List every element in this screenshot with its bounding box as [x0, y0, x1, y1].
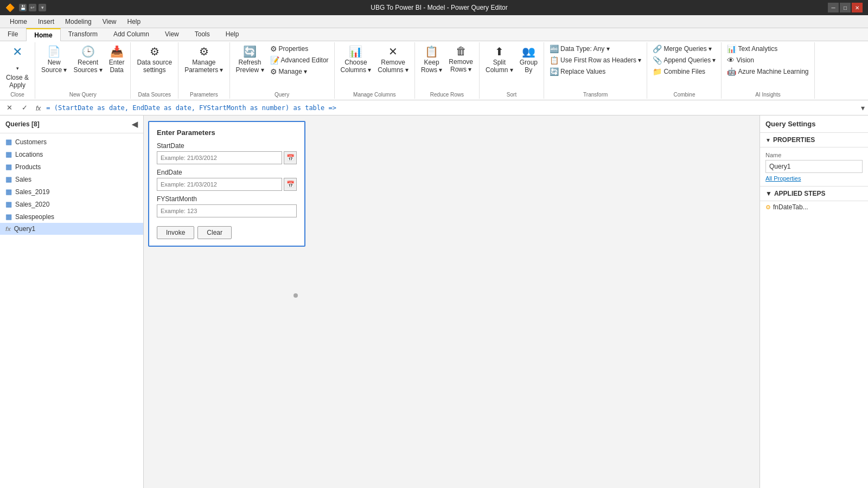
minimize-button[interactable]: ─: [828, 3, 839, 12]
properties-button[interactable]: ⚙ Properties: [268, 43, 331, 54]
azure-ml-icon: 🤖: [727, 67, 736, 76]
sidebar-item-sales-2019[interactable]: ▦ Sales_2019: [0, 185, 143, 198]
tab-file[interactable]: File: [0, 28, 26, 41]
recent-sources-button[interactable]: 🕒 RecentSources ▾: [71, 43, 105, 75]
maximize-button[interactable]: □: [840, 3, 851, 12]
append-queries-icon: 📎: [653, 56, 662, 65]
startdate-input[interactable]: [157, 151, 282, 164]
sidebar-item-customers[interactable]: ▦ Customers: [0, 136, 143, 148]
query-name-input[interactable]: [765, 160, 863, 173]
sort-group-items: ⬆ SplitColumn ▾ 👥 GroupBy: [483, 43, 540, 91]
formula-confirm-button[interactable]: ✓: [18, 102, 30, 114]
manage-parameters-button[interactable]: ⚙ ManageParameters ▾: [182, 43, 226, 75]
data-type-button[interactable]: 🔤 Data Type: Any ▾: [547, 43, 643, 54]
tab-add-column[interactable]: Add Column: [106, 28, 157, 41]
all-properties-link[interactable]: All Properties: [765, 175, 863, 182]
tab-tools[interactable]: Tools: [187, 28, 218, 41]
close-apply-button[interactable]: ✕▾ Close &Apply: [3, 43, 31, 91]
query-group-label: Query: [275, 92, 289, 98]
tab-transform[interactable]: Transform: [61, 28, 106, 41]
data-source-settings-icon: ⚙: [150, 45, 159, 58]
group-by-button[interactable]: 👥 GroupBy: [517, 43, 540, 75]
remove-columns-button[interactable]: ✕ RemoveColumns ▾: [375, 43, 411, 75]
append-queries-button[interactable]: 📎 Append Queries ▾: [650, 55, 718, 66]
transform-group-label: Transform: [583, 92, 608, 98]
tab-home[interactable]: Home: [26, 28, 60, 41]
remove-rows-button[interactable]: 🗑 RemoveRows ▾: [446, 43, 476, 75]
customers-table-icon: ▦: [5, 138, 12, 146]
sidebar-item-sales-2020[interactable]: ▦ Sales_2020: [0, 198, 143, 210]
refresh-preview-button[interactable]: 🔄 RefreshPreview ▾: [233, 43, 267, 75]
recent-sources-label: RecentSources ▾: [73, 59, 102, 74]
remove-rows-icon: 🗑: [456, 45, 467, 57]
formula-input[interactable]: [46, 104, 856, 112]
locations-table-icon: ▦: [5, 150, 12, 158]
customers-label: Customers: [15, 138, 47, 146]
menu-help[interactable]: Help: [122, 17, 146, 27]
data-source-settings-button[interactable]: ⚙ Data sourcesettings: [134, 43, 175, 75]
replace-values-button[interactable]: 🔄 Replace Values: [547, 66, 643, 77]
menu-modeling[interactable]: Modeling: [60, 17, 97, 27]
manage-button[interactable]: ⚙ Manage ▾: [268, 66, 331, 77]
advanced-editor-button[interactable]: 📝 Advanced Editor: [268, 55, 331, 66]
enddate-calendar-button[interactable]: 📅: [284, 178, 297, 191]
invoke-button[interactable]: Invoke: [157, 226, 194, 239]
dialog-title: Enter Parameters: [157, 129, 297, 137]
menu-view[interactable]: View: [97, 17, 122, 27]
fystartmonth-label: FYStartMonth: [157, 195, 297, 203]
new-source-button[interactable]: 📄 NewSource ▾: [39, 43, 69, 75]
azure-ml-button[interactable]: 🤖 Azure Machine Learning: [725, 66, 810, 77]
tab-help[interactable]: Help: [218, 28, 247, 41]
formula-expand-button[interactable]: ▾: [861, 104, 865, 112]
manage-columns-group-label: Manage Columns: [353, 92, 395, 98]
enddate-input[interactable]: [157, 178, 282, 191]
fystartmonth-input[interactable]: [157, 204, 297, 217]
use-first-row-button[interactable]: 📋 Use First Row as Headers ▾: [547, 55, 643, 66]
menu-home[interactable]: Home: [4, 17, 33, 27]
ribbon-group-data-sources: ⚙ Data sourcesettings Data Sources: [131, 42, 178, 99]
ribbon-group-combine: 🔗 Merge Queries ▾ 📎 Append Queries ▾ 📁 C…: [647, 42, 722, 99]
clear-button[interactable]: Clear: [197, 226, 232, 239]
ribbon-group-close: ✕▾ Close &Apply Close: [0, 42, 35, 99]
sidebar-item-sales[interactable]: ▦ Sales: [0, 173, 143, 185]
data-sources-group-label: Data Sources: [138, 92, 171, 98]
text-analytics-label: Text Analytics: [738, 45, 777, 53]
formula-cancel-button[interactable]: ✕: [3, 102, 15, 114]
sidebar-item-products[interactable]: ▦ Products: [0, 160, 143, 173]
vision-button[interactable]: 👁 Vision: [725, 55, 810, 66]
sidebar-item-query1[interactable]: fx Query1: [0, 223, 143, 235]
text-analytics-button[interactable]: 📊 Text Analytics: [725, 43, 810, 54]
step-icon: ⚙: [765, 204, 771, 211]
keep-rows-button[interactable]: 📋 KeepRows ▾: [418, 43, 445, 75]
tab-view[interactable]: View: [157, 28, 187, 41]
close-button[interactable]: ✕: [852, 3, 863, 12]
merge-queries-button[interactable]: 🔗 Merge Queries ▾: [650, 43, 718, 54]
sidebar-item-locations[interactable]: ▦ Locations: [0, 148, 143, 160]
sidebar: Queries [8] ◀ ▦ Customers ▦ Locations ▦ …: [0, 115, 144, 488]
applied-steps-chevron-icon: ▼: [765, 190, 772, 197]
sidebar-item-salespeoples[interactable]: ▦ Salespeoples: [0, 210, 143, 223]
ribbon-group-manage-columns: 📊 ChooseColumns ▾ ✕ RemoveColumns ▾ Mana…: [335, 42, 415, 99]
dropdown-icon[interactable]: ▾: [39, 4, 46, 11]
startdate-calendar-button[interactable]: 📅: [284, 151, 297, 164]
manage-icon: ⚙: [270, 67, 277, 76]
menu-insert[interactable]: Insert: [33, 17, 60, 27]
combine-files-button[interactable]: 📁 Combine Files: [650, 66, 718, 77]
combine-group-label: Combine: [673, 92, 695, 98]
step-fn-date-tab[interactable]: ⚙ fnDateTab...: [760, 201, 868, 213]
data-type-label: Data Type: Any ▾: [560, 45, 610, 53]
ribbon-group-sort: ⬆ SplitColumn ▾ 👥 GroupBy Sort: [480, 42, 544, 99]
undo-icon[interactable]: ↩: [29, 4, 36, 11]
azure-ml-label: Azure Machine Learning: [738, 68, 808, 75]
salespeoples-table-icon: ▦: [5, 213, 12, 221]
choose-columns-icon: 📊: [349, 45, 362, 58]
save-icon[interactable]: 💾: [19, 4, 27, 11]
parameters-group-label: Parameters: [190, 92, 218, 98]
choose-columns-button[interactable]: 📊 ChooseColumns ▾: [338, 43, 374, 75]
enter-data-button[interactable]: 📥 EnterData: [106, 43, 127, 75]
group-by-icon: 👥: [522, 45, 535, 58]
applied-steps-title: ▼ APPLIED STEPS: [760, 187, 868, 201]
split-column-button[interactable]: ⬆ SplitColumn ▾: [483, 43, 516, 75]
sidebar-collapse-button[interactable]: ◀: [132, 120, 138, 129]
manage-parameters-icon: ⚙: [199, 45, 209, 58]
